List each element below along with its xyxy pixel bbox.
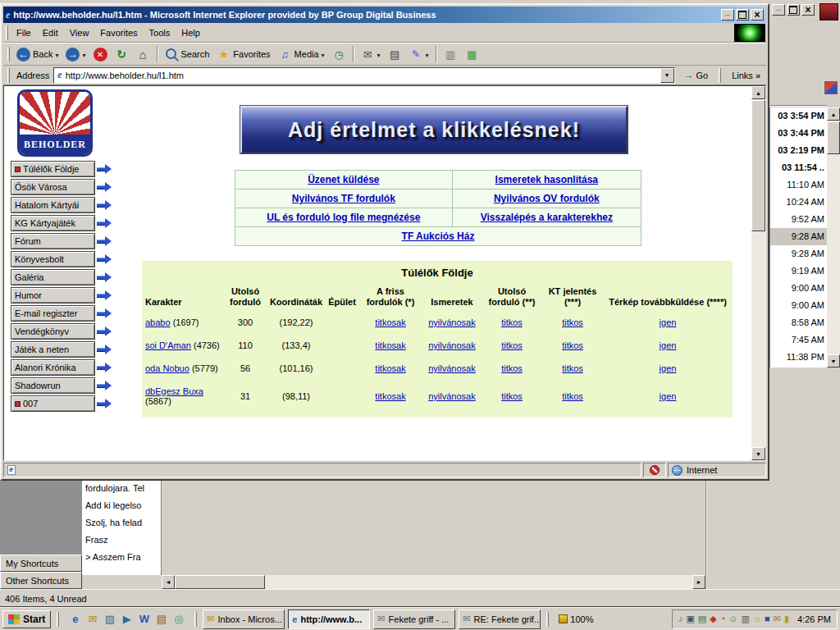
antivirus-icon[interactable]: ◆	[710, 614, 716, 623]
map-forward-link[interactable]: igen	[660, 363, 677, 373]
page-scrollbar[interactable]	[751, 86, 765, 460]
go-button[interactable]: Go	[679, 66, 713, 84]
drag-handle[interactable]	[7, 68, 10, 83]
email-list-item[interactable]: 8:58 AM	[770, 314, 827, 331]
sidebar-item[interactable]: 007	[11, 395, 95, 412]
print-button[interactable]: ▤	[385, 44, 405, 64]
dropdown-arrow-icon[interactable]	[82, 49, 85, 59]
character-link[interactable]: soi D'Aman	[145, 340, 191, 350]
last-round-link[interactable]: titkos	[501, 317, 523, 327]
sidebar-item[interactable]: Fórum	[11, 233, 95, 249]
messenger-button[interactable]: ▦	[462, 44, 482, 64]
horizontal-scrollbar[interactable]	[162, 575, 705, 589]
links-menu[interactable]: Links	[728, 71, 765, 80]
map-forward-link[interactable]: igen	[660, 391, 677, 401]
scroll-down-icon[interactable]	[827, 354, 840, 368]
character-link[interactable]: dbEgesz Buxa	[145, 386, 203, 396]
maximize-button[interactable]	[736, 9, 749, 21]
internet-explorer-icon[interactable]: e	[68, 612, 82, 626]
quick-link[interactable]: Ismeretek hasonlítása	[495, 174, 598, 185]
maximize-button[interactable]	[787, 4, 800, 16]
minimize-button[interactable]	[721, 9, 734, 21]
battery-indicator[interactable]: 100%	[555, 609, 597, 629]
email-list-item[interactable]: 9:28 AM	[770, 245, 827, 262]
close-button[interactable]	[801, 4, 815, 16]
task-button[interactable]: ✉Fekete griff - ...	[373, 609, 455, 629]
scroll-up-icon[interactable]	[751, 86, 765, 99]
quick-link[interactable]: Nyilvános TF fordulók	[292, 193, 395, 204]
map-forward-link[interactable]: igen	[660, 317, 677, 327]
email-list-item[interactable]: 7:45 AM	[770, 331, 827, 349]
scroll-thumb[interactable]	[175, 575, 265, 589]
sidebar-item[interactable]: Galéria	[11, 269, 95, 285]
menu-help[interactable]: Help	[176, 25, 206, 40]
network-icon[interactable]: ▤	[698, 614, 706, 623]
sidebar-item[interactable]: Ősök Városa	[11, 179, 95, 195]
forward-button[interactable]: →	[62, 44, 89, 64]
sidebar-item[interactable]: Hatalom Kártyái	[11, 197, 95, 213]
email-list-item[interactable]: 03 11:54 ..	[770, 159, 827, 176]
email-list-item[interactable]: 9:00 AM	[770, 280, 827, 297]
knowledge-link[interactable]: nyilvánosak	[428, 391, 475, 401]
scroll-right-icon[interactable]	[692, 575, 705, 589]
mail-button[interactable]: ✉	[358, 44, 384, 64]
kt-report-link[interactable]: titkos	[562, 340, 583, 350]
knowledge-link[interactable]: nyilvánosak	[428, 363, 475, 373]
beholder-logo[interactable]: BEHOLDER	[17, 89, 93, 157]
scroll-thumb[interactable]	[751, 100, 765, 231]
scroll-down-icon[interactable]	[751, 447, 765, 460]
quick-link[interactable]: TF Aukciós Ház	[402, 231, 475, 242]
last-round-link[interactable]: titkos	[501, 391, 523, 401]
dropdown-arrow-icon[interactable]	[426, 49, 429, 59]
discuss-button[interactable]: ▥	[441, 44, 461, 64]
sidebar-item[interactable]: Shadowrun	[11, 377, 95, 394]
email-list-scrollbar[interactable]	[827, 107, 840, 368]
sidebar-item[interactable]: Vendégkönyv	[11, 323, 95, 340]
email-list-item[interactable]: 10:24 AM	[770, 194, 827, 211]
sidebar-item[interactable]: KG Kártyajáték	[11, 215, 95, 231]
fresh-rounds-link[interactable]: titkosak	[375, 391, 405, 401]
stop-button[interactable]: ✕	[90, 44, 111, 64]
fresh-rounds-link[interactable]: titkosak	[375, 317, 405, 327]
vpn-icon[interactable]: ■	[765, 614, 770, 623]
email-list-item[interactable]: 03 3:44 PM	[770, 125, 827, 142]
favorites-button[interactable]: ★Favorites	[213, 44, 273, 64]
notes-icon[interactable]: ▤	[154, 612, 168, 626]
email-list-item[interactable]: 03 3:54 PM	[770, 107, 827, 125]
pane-divider[interactable]	[705, 481, 707, 575]
fresh-rounds-link[interactable]: titkosak	[375, 363, 405, 373]
scroll-left-icon[interactable]	[162, 575, 175, 589]
title-bar[interactable]: http://www.beholder.hu/l1.htm - Microsof…	[3, 7, 766, 23]
knowledge-link[interactable]: nyilvánosak	[428, 317, 475, 327]
last-round-link[interactable]: titkos	[501, 363, 523, 373]
msn-icon[interactable]: ◎	[171, 612, 185, 626]
email-list-item[interactable]: 11:10 AM	[770, 176, 827, 194]
sidebar-item[interactable]: Játék a neten	[11, 341, 95, 358]
quick-link[interactable]: UL és forduló log file megnézése	[267, 212, 420, 223]
printer-icon[interactable]: ▥	[742, 614, 750, 623]
dropdown-arrow-icon[interactable]	[377, 49, 381, 59]
email-list-item[interactable]: 03 2:19 PM	[770, 142, 827, 159]
task-button[interactable]: ✉Inbox - Micros...	[203, 609, 285, 629]
show-desktop-icon[interactable]: ▨	[103, 612, 116, 626]
sidebar-item[interactable]: Alanori Krónika	[11, 359, 95, 376]
email-list-item[interactable]: 11:38 PM	[770, 349, 827, 366]
outlook-mail-icon[interactable]: ✉	[85, 612, 99, 626]
display-icon[interactable]: ▣	[686, 614, 694, 623]
task-button[interactable]: ✉RE: Fekete grif...	[459, 609, 541, 629]
menu-file[interactable]: File	[11, 25, 37, 40]
sidebar-item[interactable]: Humor	[11, 287, 95, 304]
menu-edit[interactable]: Edit	[37, 25, 64, 40]
dropdown-arrow-icon[interactable]	[55, 49, 58, 59]
shortcut-group-button[interactable]: Other Shortcuts	[0, 572, 82, 589]
menu-favorites[interactable]: Favorites	[94, 25, 143, 40]
menu-tools[interactable]: Tools	[144, 25, 176, 40]
ad-banner[interactable]: Adj értelmet a klikkelésnek!	[240, 106, 628, 153]
email-list-item[interactable]: 9:28 AM	[770, 228, 827, 245]
scroll-thumb[interactable]	[827, 121, 840, 154]
kt-report-link[interactable]: titkos	[562, 363, 583, 373]
quick-link[interactable]: Nyilvános OV fordulók	[494, 193, 600, 204]
task-button[interactable]: ehttp://www.b...	[288, 609, 370, 629]
drag-handle[interactable]	[6, 25, 8, 40]
word-icon[interactable]: W	[137, 612, 151, 626]
